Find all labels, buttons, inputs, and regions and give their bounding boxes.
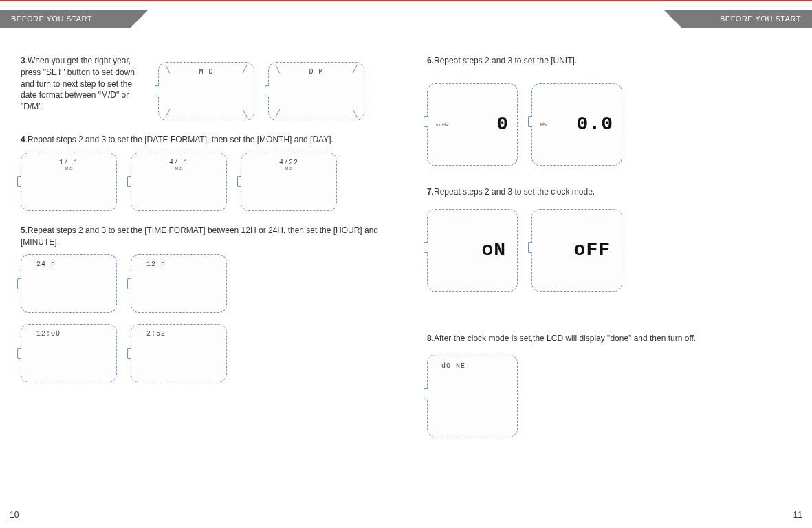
flash-mark-icon: ╲ <box>166 65 170 73</box>
step-4-num: 4 <box>21 135 25 144</box>
step-3-body: .When you get the right year, press "SET… <box>21 56 135 111</box>
lcd-step8-1-val: dO NE <box>432 358 513 370</box>
flash-mark-icon: ╱ <box>276 109 280 117</box>
lcd-step4-3-sub: M D <box>245 166 332 170</box>
page-right: BEFORE YOU START 6.Repeat steps 2 and 3 … <box>406 0 812 528</box>
flash-mark-icon: ╱ <box>166 109 170 117</box>
lcd-tick-icon <box>237 176 241 187</box>
lcd-step6-2-val: 0.0 <box>577 113 613 135</box>
step-7-body: .Repeat steps 2 and 3 to set the clock m… <box>432 187 595 197</box>
lcd-step3-2-label: D M <box>273 65 360 78</box>
step-8-text: 8.After the clock mode is set,the LCD wi… <box>427 333 791 344</box>
lcd-step3-2: D M ╲ ╱ ╱ ╲ <box>268 62 364 120</box>
lcd-step7-2-val: oFF <box>536 212 617 288</box>
header-tab-left-text: BEFORE YOU START <box>11 14 92 23</box>
right-content: 6.Repeat steps 2 and 3 to set the [UNIT]… <box>427 55 791 451</box>
lcd-step8-1: dO NE <box>427 355 518 437</box>
step-5-text: 5.Repeat steps 2 and 3 to set the [TIME … <box>21 225 385 248</box>
step-8: 8.After the clock mode is set,the LCD wi… <box>427 333 791 438</box>
page-left: BEFORE YOU START 3.When you get the righ… <box>0 0 406 528</box>
step-4-body: .Repeat steps 2 and 3 to set the [DATE F… <box>25 135 333 144</box>
step-7-num: 7 <box>427 187 432 197</box>
flash-mark-icon: ╱ <box>243 65 247 73</box>
header-tab-right-text: BEFORE YOU START <box>720 14 801 23</box>
lcd-step4-1: 1/ 1 M D <box>21 153 117 211</box>
lcd-step5-4-val: 2:52 <box>135 327 222 338</box>
lcd-step6-2-unit: kPa <box>540 122 547 126</box>
lcd-step3-1: M D ╲ ╱ ╱ ╲ <box>158 62 254 120</box>
page-number-left: 10 <box>10 510 19 520</box>
left-content: 3.When you get the right year, press "SE… <box>21 55 385 396</box>
lcd-step5-1: 24 h <box>21 254 117 313</box>
lcd-step5-2: 12 h <box>131 254 227 313</box>
lcd-step6-1: mmHg 0 <box>427 83 518 166</box>
lcd-step4-2-val: 4/ 1 <box>135 156 222 166</box>
lcd-step4-2: 4/ 1 M D <box>131 153 227 211</box>
lcd-step6-1-unit: mmHg <box>436 122 448 126</box>
lcd-tick-icon <box>424 116 428 127</box>
lcd-tick-icon <box>17 348 21 359</box>
lcd-tick-icon <box>155 85 159 96</box>
lcd-tick-icon <box>17 278 21 289</box>
step-6: 6.Repeat steps 2 and 3 to set the [UNIT]… <box>427 55 791 166</box>
step-5: 5.Repeat steps 2 and 3 to set the [TIME … <box>21 225 385 383</box>
step-4: 4.Repeat steps 2 and 3 to set the [DATE … <box>21 134 385 211</box>
lcd-tick-icon <box>265 85 269 96</box>
lcd-step5-3: 12:00 <box>21 324 117 382</box>
header-tab-right: BEFORE YOU START <box>681 10 812 28</box>
lcd-tick-icon <box>424 388 428 399</box>
lcd-tick-icon <box>17 176 21 187</box>
step-6-text: 6.Repeat steps 2 and 3 to set the [UNIT]… <box>427 55 791 67</box>
flash-mark-icon: ╱ <box>353 65 357 73</box>
lcd-step5-3-val: 12:00 <box>25 327 112 338</box>
lcd-step4-3: 4/22 M D <box>241 153 337 211</box>
header-tab-left: BEFORE YOU START <box>0 10 131 28</box>
step-5-body: .Repeat steps 2 and 3 to set the [TIME F… <box>21 226 378 247</box>
lcd-step6-1-val: 0 <box>496 113 509 135</box>
lcd-step7-1-val: oN <box>432 212 513 288</box>
lcd-step4-3-val: 4/22 <box>245 156 332 166</box>
lcd-tick-icon <box>528 242 532 253</box>
lcd-step5-2-val: 12 h <box>135 258 222 268</box>
lcd-tick-icon <box>424 242 428 253</box>
lcd-step5-1-val: 24 h <box>25 258 112 268</box>
lcd-step7-2: oFF <box>531 209 622 292</box>
lcd-step4-1-val: 1/ 1 <box>25 156 112 166</box>
step-5-num: 5 <box>21 226 25 235</box>
step-3: 3.When you get the right year, press "SE… <box>21 55 385 120</box>
lcd-tick-icon <box>127 348 131 359</box>
lcd-step7-1: oN <box>427 209 518 292</box>
lcd-step6-2: kPa 0.0 <box>531 83 622 166</box>
flash-mark-icon: ╲ <box>353 109 357 117</box>
flash-mark-icon: ╲ <box>243 109 247 117</box>
lcd-step3-1-label: M D <box>163 65 250 78</box>
step-3-text: 3.When you get the right year, press "SE… <box>21 55 144 113</box>
step-3-num: 3 <box>21 56 25 65</box>
step-8-body: .After the clock mode is set,the LCD wil… <box>432 333 696 343</box>
step-6-num: 6 <box>427 56 432 65</box>
lcd-step5-4: 2:52 <box>131 324 227 382</box>
lcd-tick-icon <box>528 116 532 127</box>
step-4-text: 4.Repeat steps 2 and 3 to set the [DATE … <box>21 134 385 146</box>
lcd-step4-1-sub: M D <box>25 166 112 170</box>
step-7: 7.Repeat steps 2 and 3 to set the clock … <box>427 186 791 292</box>
lcd-tick-icon <box>127 176 131 187</box>
lcd-step4-2-sub: M D <box>135 166 222 170</box>
page-number-right: 11 <box>793 510 802 520</box>
lcd-tick-icon <box>127 278 131 289</box>
step-8-num: 8 <box>427 333 432 343</box>
step-6-body: .Repeat steps 2 and 3 to set the [UNIT]. <box>432 56 577 65</box>
step-7-text: 7.Repeat steps 2 and 3 to set the clock … <box>427 186 791 198</box>
flash-mark-icon: ╲ <box>276 65 280 73</box>
